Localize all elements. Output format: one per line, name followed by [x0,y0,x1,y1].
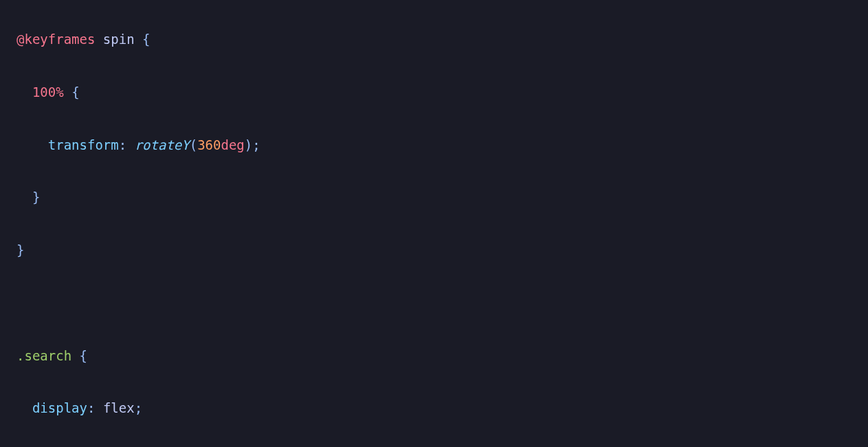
code-line: transform: rotateY(360deg); [16,132,852,158]
at-rule-symbol: @ [16,32,24,47]
brace-close: } [16,242,24,257]
keyframes-name: spin [103,32,135,47]
css-unit: deg [221,137,244,152]
css-number: 360 [197,137,221,152]
semicolon: ; [135,400,142,415]
at-rule-keyword: keyframes [24,32,95,47]
brace-open: { [71,84,79,100]
colon: : [87,400,95,415]
code-line: @keyframes spin { [16,26,852,52]
keyframe-stop-value: 100 [32,84,56,100]
code-line: } [16,237,852,263]
brace-open: { [142,32,150,47]
code-line: .search { [16,343,852,369]
css-property: transform [48,137,119,152]
css-value: flex [103,400,135,415]
paren-close: ) [245,137,252,152]
code-editor[interactable]: @keyframes spin { 100% { transform: rota… [0,0,868,447]
semicolon: ; [252,137,260,152]
code-line: } [16,184,852,210]
keyframe-stop-unit: % [56,84,63,100]
css-function: rotateY [135,137,190,152]
brace-close: } [32,190,40,205]
code-line: display: flex; [16,395,852,421]
brace-open: { [80,348,87,363]
paren-open: ( [190,137,197,152]
code-line: 100% { [16,79,852,105]
selector-dot: . [16,348,24,363]
colon: : [119,137,126,152]
code-line-blank [16,290,852,316]
css-property: display [32,400,87,415]
selector-name: search [24,348,71,363]
